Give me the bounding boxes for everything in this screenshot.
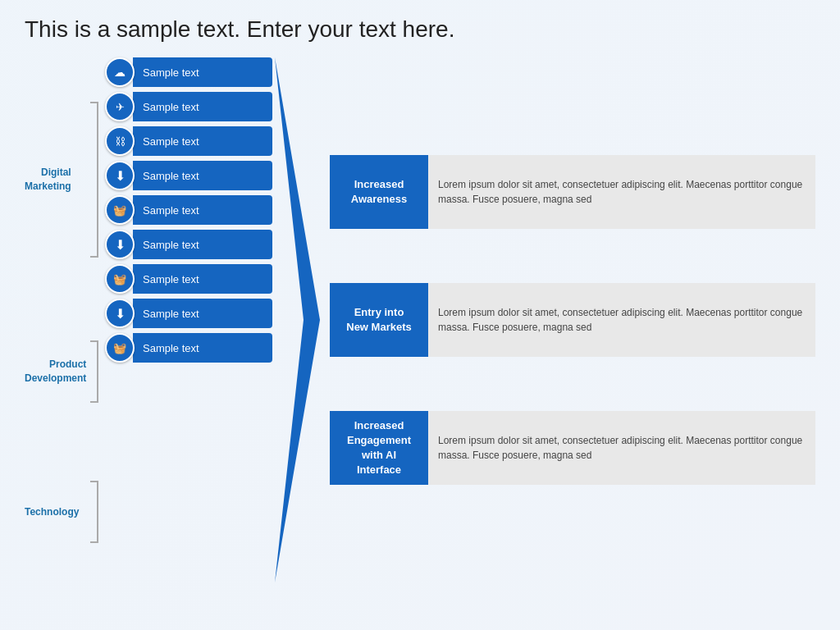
outcome-desc-1: Lorem ipsum dolor sit amet, consectetuer… xyxy=(428,155,815,229)
category-label: ProductDevelopment xyxy=(25,358,99,386)
item-bar: Sample text xyxy=(133,161,272,190)
cloud-icon: ☁ xyxy=(105,57,135,87)
list-item: ⬇ Sample text xyxy=(105,230,272,259)
item-text: Sample text xyxy=(143,204,199,217)
item-text: Sample text xyxy=(143,170,199,182)
item-bar: Sample text xyxy=(133,299,272,328)
item-text: Sample text xyxy=(143,135,199,148)
download-icon: ⬇ xyxy=(105,161,135,190)
outcome-description-text-3: Lorem ipsum dolor sit amet, consectetuer… xyxy=(438,433,806,463)
outcome-box-2: Entry intoNew Markets xyxy=(330,283,428,357)
left-section: DigitalMarketing ProductDevelopment Tech… xyxy=(25,57,272,582)
list-item: 🧺 Sample text xyxy=(105,195,272,225)
main-content: This is a sample text. Enter your text h… xyxy=(0,0,840,599)
outcome-desc-3: Lorem ipsum dolor sit amet, consectetuer… xyxy=(428,411,815,485)
plane-icon: ✈ xyxy=(105,92,135,121)
cloud2-icon: ⬇ xyxy=(105,299,135,328)
arrow-connector xyxy=(272,57,322,582)
item-text: Sample text xyxy=(143,342,199,354)
item-bar: Sample text xyxy=(133,57,272,87)
list-item: ✈ Sample text xyxy=(105,92,272,121)
category-label: Technology xyxy=(25,505,92,519)
category-digital-marketing: DigitalMarketing xyxy=(25,94,98,266)
outcome-description-text-1: Lorem ipsum dolor sit amet, consectetuer… xyxy=(438,177,806,207)
category-label: DigitalMarketing xyxy=(25,166,84,194)
item-bar: Sample text xyxy=(133,264,272,294)
list-item: 🧺 Sample text xyxy=(105,333,272,363)
item-text: Sample text xyxy=(143,66,199,79)
outcome-description-text-2: Lorem ipsum dolor sit amet, consectetuer… xyxy=(438,305,806,335)
outcome-box-3: IncreasedEngagementwith AIInterface xyxy=(330,411,428,485)
connector-arrow-svg xyxy=(275,57,320,582)
item-bar: Sample text xyxy=(133,333,272,363)
outcome-desc-2: Lorem ipsum dolor sit amet, consectetuer… xyxy=(428,283,815,357)
item-bar: Sample text xyxy=(133,92,272,121)
list-item: ⬇ Sample text xyxy=(105,161,272,190)
list-item: ⛓ Sample text xyxy=(105,126,272,156)
outcome-title-1: IncreasedAwareness xyxy=(351,177,407,207)
spacer xyxy=(330,244,815,268)
outcome-row-3: IncreasedEngagementwith AIInterface Lore… xyxy=(330,411,815,485)
list-item: 🧺 Sample text xyxy=(105,264,272,294)
spacer xyxy=(330,372,815,396)
page-title: This is a sample text. Enter your text h… xyxy=(25,16,815,43)
item-bar: Sample text xyxy=(133,230,272,259)
item-text: Sample text xyxy=(143,308,199,320)
item-text: Sample text xyxy=(143,273,199,285)
svg-marker-0 xyxy=(275,57,320,582)
category-technology: Technology xyxy=(25,477,98,546)
item-bar: Sample text xyxy=(133,126,272,156)
list-item: ☁ Sample text xyxy=(105,57,272,87)
basket-icon: 🧺 xyxy=(105,195,135,225)
outcome-row-1: IncreasedAwareness Lorem ipsum dolor sit… xyxy=(330,155,815,229)
item-text: Sample text xyxy=(143,239,199,251)
download2-icon: ⬇ xyxy=(105,230,135,259)
item-text: Sample text xyxy=(143,101,199,113)
right-section: IncreasedAwareness Lorem ipsum dolor sit… xyxy=(322,57,815,582)
item-bar: Sample text xyxy=(133,195,272,225)
list-item: ⬇ Sample text xyxy=(105,299,272,328)
basket2-icon: 🧺 xyxy=(105,264,135,294)
basket3-icon: 🧺 xyxy=(105,333,135,363)
diagram: DigitalMarketing ProductDevelopment Tech… xyxy=(25,57,815,582)
items-list: ☁ Sample text ✈ Sample text ⛓ Sample tex… xyxy=(105,57,272,582)
category-product-development: ProductDevelopment xyxy=(25,337,98,406)
link-icon: ⛓ xyxy=(105,126,135,156)
outcome-row-2: Entry intoNew Markets Lorem ipsum dolor … xyxy=(330,283,815,357)
outcome-title-2: Entry intoNew Markets xyxy=(346,305,411,335)
outcome-box-1: IncreasedAwareness xyxy=(330,155,428,229)
outcome-title-3: IncreasedEngagementwith AIInterface xyxy=(347,418,411,478)
